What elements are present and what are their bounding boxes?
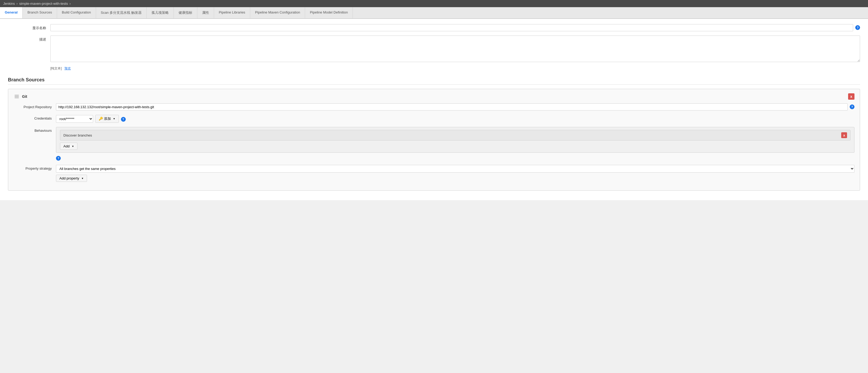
project-repository-row: Project Repository ?	[13, 103, 855, 110]
git-card: Git x Project Repository ? Credentials r…	[8, 89, 860, 191]
display-name-help-icon[interactable]: ?	[855, 25, 860, 30]
display-name-input[interactable]	[51, 24, 853, 31]
project-repository-help-icon[interactable]: ?	[850, 104, 855, 109]
tab-build-configuration[interactable]: Build Configuration	[57, 7, 96, 18]
project-repository-field: ?	[56, 103, 855, 110]
credentials-help-icon[interactable]: ?	[121, 117, 126, 122]
behaviours-field: Discover branches x Add ?	[56, 127, 855, 161]
tab-scan-trigger[interactable]: Scan 多分支流水线 触发器	[96, 7, 147, 18]
tab-health-metrics[interactable]: 健康指标	[174, 7, 197, 18]
add-behaviour-button[interactable]: Add	[60, 143, 78, 150]
drag-handle[interactable]	[13, 94, 20, 99]
git-card-title: Git	[13, 94, 27, 99]
git-card-close-button[interactable]: x	[848, 93, 855, 100]
tab-pipeline-maven-config[interactable]: Pipeline Maven Configuration	[250, 7, 305, 18]
project-repository-label: Project Repository	[13, 103, 56, 109]
behaviours-label: Behaviours	[13, 127, 56, 133]
plain-text-label: [纯文本]	[51, 67, 62, 70]
discover-branches-item: Discover branches x	[60, 130, 850, 140]
property-strategy-row: Property strategy All branches get the s…	[13, 165, 855, 182]
breadcrumb-jenkins-link[interactable]: Jenkins	[3, 2, 15, 6]
breadcrumb: Jenkins › simple-maven-project-with-test…	[0, 0, 868, 7]
tab-branch-sources[interactable]: Branch Sources	[23, 7, 57, 18]
main-content: 显示名称 ? 描述 [纯文本] 预览 Branch Sources G	[0, 19, 868, 200]
breadcrumb-sep-2: ›	[69, 2, 70, 6]
description-row: 描述	[8, 36, 860, 62]
project-repository-input[interactable]	[56, 103, 847, 110]
behaviours-help-icon[interactable]: ?	[56, 156, 61, 161]
breadcrumb-project-link[interactable]: simple-maven-project-with-tests	[19, 2, 68, 6]
breadcrumb-sep-1: ›	[17, 2, 18, 6]
display-name-field: ?	[51, 24, 860, 31]
add-property-wrapper: Add property	[56, 175, 87, 182]
add-property-button[interactable]: Add property	[56, 175, 87, 182]
plain-text-note: [纯文本] 预览	[51, 66, 860, 71]
display-name-label: 显示名称	[8, 24, 51, 31]
behaviours-box: Discover branches x Add	[56, 127, 855, 153]
property-strategy-label: Property strategy	[13, 165, 56, 170]
description-label: 描述	[8, 36, 51, 42]
credentials-select[interactable]: root/******	[56, 115, 93, 123]
description-input[interactable]	[51, 36, 860, 62]
branch-sources-header: Branch Sources	[8, 77, 860, 84]
display-name-row: 显示名称 ?	[8, 24, 860, 31]
property-strategy-field: All branches get the same properties Nam…	[56, 165, 855, 182]
credentials-row: Credentials root/****** 🔑 添加 ?	[13, 115, 855, 123]
tab-properties[interactable]: 属性	[197, 7, 214, 18]
property-strategy-select[interactable]: All branches get the same properties Nam…	[56, 165, 855, 173]
discover-branches-label: Discover branches	[63, 133, 92, 137]
discover-branches-close-button[interactable]: x	[841, 132, 847, 138]
tab-general[interactable]: General	[0, 7, 23, 19]
credentials-add-button[interactable]: 🔑 添加	[95, 115, 119, 123]
preview-link[interactable]: 预览	[64, 67, 71, 70]
description-field	[51, 36, 860, 62]
git-card-header: Git x	[13, 93, 855, 100]
tab-bar: General Branch Sources Build Configurati…	[0, 7, 868, 19]
credentials-field: root/****** 🔑 添加 ?	[56, 115, 855, 123]
tab-pipeline-model-def[interactable]: Pipeline Model Definition	[305, 7, 353, 18]
behaviours-row: Behaviours Discover branches x Add ?	[13, 127, 855, 161]
git-title-label: Git	[22, 94, 27, 99]
credentials-label: Credentials	[13, 115, 56, 121]
tab-pipeline-libraries[interactable]: Pipeline Libraries	[214, 7, 250, 18]
tab-orphan-policy[interactable]: 孤儿项策略	[147, 7, 174, 18]
